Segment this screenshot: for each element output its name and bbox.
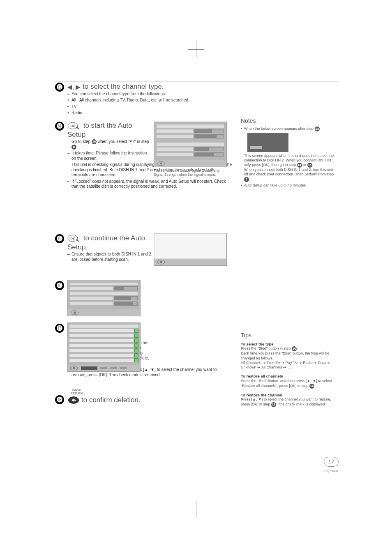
step-number-badge: ⓰ — [55, 281, 64, 290]
doc-code: RQT9431 — [324, 469, 339, 473]
tip-title: To restore all channels — [241, 374, 335, 379]
step-12: ⓭ ◀, ▶ to select the channel type. You c… — [55, 83, 232, 116]
step-14: ⓯ OK to continue the Auto Setup. Ensure … — [55, 234, 232, 275]
note-item: Auto Setup can take up to 45 minutes. — [241, 183, 335, 188]
step-ref-badge: 16 — [309, 384, 314, 389]
step-bullet: Ensure that signals to both DISH IN 1 an… — [67, 252, 152, 262]
screenshot-caption: The bar appears beside signal Quality an… — [154, 168, 228, 177]
step-ref-badge: 8 — [71, 145, 76, 150]
step-ref-badge: 14 — [297, 163, 302, 168]
step-bullet: All : All channels including TV, Radio, … — [67, 98, 232, 103]
eye-icon — [69, 365, 78, 371]
screenshot-delete-channels — [67, 322, 141, 372]
step-bullet: TV — [67, 104, 232, 110]
screenshot-scan — [67, 280, 141, 316]
step-ref-badge: 13 — [315, 127, 320, 131]
tip-text: Each time you press the "Blue" button, t… — [241, 351, 330, 360]
step-number-badge: ⓱ — [55, 324, 64, 333]
step-number-badge: ⓮ — [55, 122, 64, 131]
step-ref-badge: 16 — [92, 139, 97, 144]
step-15: ⓰ OK to start the scan. The scan starts. — [55, 281, 232, 318]
step-heading: to select the channel type. — [81, 83, 164, 90]
svg-point-7 — [160, 261, 162, 263]
crop-mark-icon — [188, 502, 204, 518]
step-17: ⓲ BACK/ RETURN to confirm deletion. — [55, 395, 232, 405]
page-footer: 17 RQT9431 — [324, 457, 339, 473]
note-item: When the below screen appears after step… — [241, 127, 335, 182]
eye-icon — [70, 310, 79, 315]
step-bullet: If "Locked" does not appears, the signal… — [67, 179, 232, 189]
step-bullet: You can select the channel type from the… — [67, 92, 232, 97]
main-column: ⓭ ◀, ▶ to select the channel type. You c… — [55, 83, 232, 411]
ok-button-icon: OK — [67, 122, 81, 131]
note-text: This screen appears when this unit does … — [244, 154, 334, 167]
header-divider — [55, 81, 339, 81]
step-ref-badge: 1 — [244, 177, 249, 182]
ok-button-icon: OK — [67, 234, 81, 243]
tip-select-type: To select the type Press the "Blue" butt… — [241, 342, 335, 370]
step-number-badge: ⓲ — [55, 395, 64, 404]
manual-page: ⓭ ◀, ▶ to select the channel type. You c… — [0, 0, 392, 555]
svg-point-11 — [74, 311, 76, 313]
step-ref-badge: 16 — [271, 402, 276, 407]
step-ref-badge: 15 — [307, 163, 312, 168]
tips-sidebar: Tips To select the type Press the "Blue"… — [241, 332, 335, 411]
step-heading: to confirm deletion. — [81, 396, 141, 404]
note-text: When you connect both DISH IN 1 and 2, t… — [244, 168, 334, 176]
svg-point-3 — [160, 162, 162, 164]
tip-restore-all: To restore all channels Press the "Red" … — [241, 374, 335, 388]
tip-text: All Channels ➔ Free TV ➔ Pay TV ➔ Radio … — [241, 361, 330, 369]
left-right-arrow-icon: ◀, ▶ — [67, 83, 81, 90]
step-13: ⓮ OK to start the Auto Setup Go to step … — [55, 122, 232, 228]
screenshot-continue — [154, 233, 228, 266]
screenshot-thumb — [247, 133, 288, 152]
step-bullet: It takes time. Please follow the instruc… — [67, 151, 152, 161]
tip-title: To select the type — [241, 342, 335, 347]
back-return-button-icon: BACK/ RETURN — [67, 395, 80, 405]
notes-sidebar: Notes When the below screen appears afte… — [241, 117, 335, 189]
step-number-badge: ⓯ — [55, 234, 64, 243]
eye-icon — [157, 259, 166, 265]
step-number-badge: ⓭ — [55, 83, 64, 92]
tips-heading: Tips — [241, 332, 335, 339]
notes-heading: Notes — [241, 117, 335, 125]
page-number: 17 — [324, 457, 339, 467]
screenshot-auto-setup: The bar appears beside signal Quality an… — [154, 122, 228, 177]
step-ref-badge: 16 — [292, 346, 297, 351]
svg-text:OK: OK — [70, 124, 75, 128]
step-bullet: Radio — [67, 111, 232, 116]
tip-title: To restore the channel — [241, 393, 335, 398]
step-16: ⓱ Delete unwanted channels. To delete al… — [55, 324, 232, 389]
step-bullet: Go to step 16 when you select "All" in s… — [67, 139, 152, 150]
crop-mark-icon — [188, 41, 204, 58]
svg-text:OK: OK — [70, 237, 75, 240]
eye-icon — [157, 161, 166, 166]
tip-restore-channel: To restore the channel Press [▲, ▼] to s… — [241, 393, 335, 407]
svg-point-13 — [73, 367, 75, 369]
